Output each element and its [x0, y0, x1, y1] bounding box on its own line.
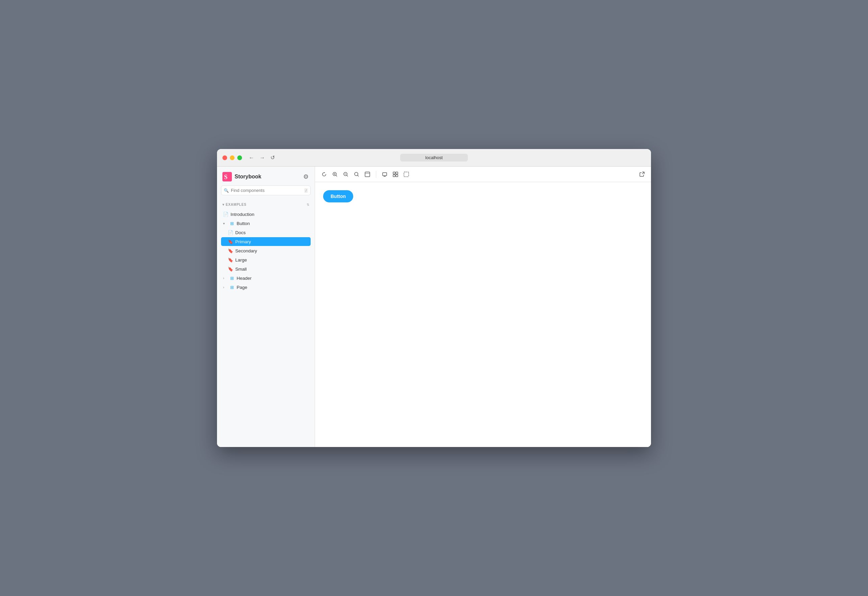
chevron-right-icon: › — [223, 286, 227, 289]
refresh-button[interactable]: ↺ — [269, 154, 276, 161]
component-icon: ⊞ — [229, 275, 235, 281]
section-sort-icon: ⇅ — [307, 203, 309, 207]
forward-button[interactable]: → — [258, 154, 266, 161]
zoom-in-button[interactable] — [330, 170, 340, 179]
sidebar-item-introduction[interactable]: 📄 Introduction — [221, 210, 311, 218]
viewport-button[interactable] — [379, 170, 390, 179]
svg-rect-11 — [365, 172, 370, 177]
outline-button[interactable] — [401, 170, 411, 179]
maximize-button[interactable] — [237, 155, 242, 160]
back-button[interactable]: ← — [247, 154, 255, 161]
url-bar[interactable]: localhost — [400, 154, 468, 161]
sidebar-item-docs[interactable]: 📄 Docs — [221, 228, 311, 237]
svg-rect-17 — [393, 175, 395, 177]
sidebar-item-large[interactable]: 🔖 Large — [221, 255, 311, 264]
sidebar-header: S Storybook ⚙ — [217, 167, 315, 186]
sync-button[interactable] — [319, 170, 329, 179]
grid-icon — [393, 172, 398, 177]
story-icon: 🔖 — [228, 248, 233, 254]
zoom-reset-button[interactable] — [351, 170, 362, 179]
sidebar-item-label: Primary — [235, 239, 251, 244]
doc-icon: 📄 — [223, 211, 229, 217]
toolbar — [315, 167, 651, 182]
svg-rect-13 — [382, 173, 387, 176]
story-icon: 🔖 — [228, 239, 233, 244]
main-area: Button — [315, 167, 651, 447]
svg-line-22 — [642, 172, 644, 174]
sidebar-item-label: Docs — [235, 230, 246, 235]
open-external-button[interactable] — [637, 170, 647, 179]
settings-button[interactable]: ⚙ — [303, 172, 309, 181]
svg-rect-15 — [393, 172, 395, 174]
sidebar-item-label: Button — [236, 221, 250, 226]
background-button[interactable] — [362, 170, 372, 179]
outline-icon — [404, 172, 409, 177]
grid-button[interactable] — [390, 170, 400, 179]
zoom-in-icon — [332, 172, 338, 177]
zoom-reset-icon — [354, 172, 359, 177]
component-icon: ⊞ — [229, 285, 235, 290]
chevron-right-icon: › — [223, 276, 227, 280]
titlebar: ← → ↺ localhost — [217, 149, 651, 167]
sidebar-item-small[interactable]: 🔖 Small — [221, 264, 311, 273]
sidebar-item-label: Header — [236, 276, 251, 281]
storybook-logo: S Storybook — [222, 172, 261, 181]
toolbar-group-left — [319, 170, 372, 179]
story-icon: 🔖 — [228, 257, 233, 263]
sidebar-item-header[interactable]: › ⊞ Header — [221, 274, 311, 282]
app-window: ← → ↺ localhost S Storybook ⚙ 🔍 — [217, 149, 651, 447]
section-header-examples: ▾ EXAMPLES ⇅ — [221, 201, 311, 208]
chevron-down-icon: ▾ — [223, 222, 227, 225]
svg-rect-19 — [404, 172, 409, 177]
svg-rect-18 — [396, 175, 398, 177]
zoom-out-icon — [343, 172, 348, 177]
storybook-logo-text: Storybook — [235, 174, 261, 180]
sidebar-item-secondary[interactable]: 🔖 Secondary — [221, 246, 311, 255]
svg-text:S: S — [224, 174, 227, 180]
sidebar-item-label: Small — [235, 267, 247, 271]
sidebar-item-label: Secondary — [235, 248, 257, 254]
preview-button[interactable]: Button — [323, 190, 353, 202]
story-icon: 🔖 — [228, 266, 233, 271]
component-icon: ⊞ — [229, 221, 235, 226]
close-button[interactable] — [222, 155, 227, 160]
sidebar-section-examples: ▾ EXAMPLES ⇅ 📄 Introduction ▾ ⊞ Button — [217, 201, 315, 292]
sync-icon — [322, 172, 327, 177]
sidebar-item-page[interactable]: › ⊞ Page — [221, 283, 311, 292]
sidebar-item-label: Large — [235, 257, 247, 263]
traffic-lights — [222, 155, 242, 160]
minimize-button[interactable] — [230, 155, 235, 160]
svg-point-9 — [354, 172, 358, 176]
sidebar-item-label: Introduction — [230, 212, 254, 217]
external-link-icon — [639, 172, 645, 177]
section-title-examples: ▾ EXAMPLES — [222, 203, 247, 207]
search-input[interactable] — [221, 186, 311, 195]
sidebar-item-button[interactable]: ▾ ⊞ Button — [221, 219, 311, 228]
search-icon: 🔍 — [224, 188, 229, 193]
toolbar-group-right — [379, 170, 411, 179]
app-body: S Storybook ⚙ 🔍 / ▾ EXAMPLES ⇅ — [217, 167, 651, 447]
sidebar-item-label: Page — [236, 285, 247, 290]
section-chevron-icon: ▾ — [222, 203, 224, 207]
doc-icon: 📄 — [228, 230, 233, 235]
search-shortcut: / — [304, 188, 308, 193]
svg-line-10 — [357, 176, 359, 176]
svg-line-3 — [336, 176, 337, 176]
nav-buttons: ← → ↺ — [247, 154, 276, 161]
sidebar: S Storybook ⚙ 🔍 / ▾ EXAMPLES ⇅ — [217, 167, 315, 447]
background-icon — [365, 172, 370, 177]
svg-rect-16 — [396, 172, 398, 174]
search-box: 🔍 / — [221, 186, 311, 195]
sidebar-item-primary[interactable]: 🔖 Primary — [221, 237, 311, 246]
zoom-out-button[interactable] — [341, 170, 351, 179]
storybook-logo-icon: S — [222, 172, 232, 181]
canvas: Button — [315, 182, 651, 447]
svg-line-7 — [347, 176, 348, 176]
toolbar-divider-1 — [376, 171, 376, 178]
viewport-icon — [382, 172, 387, 177]
